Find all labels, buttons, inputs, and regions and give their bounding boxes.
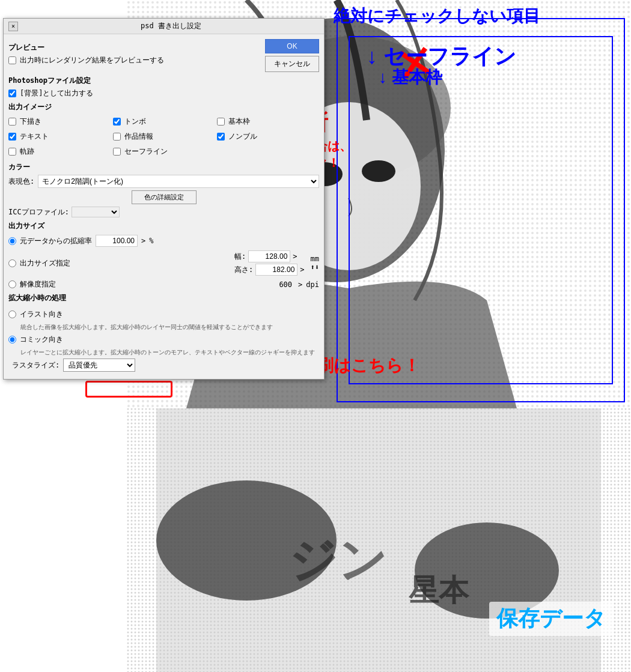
svg-text:ジン: ジン	[288, 534, 387, 587]
dpi-unit: dpi	[306, 280, 319, 289]
annotation-hatching: ↓ 基本枠	[379, 66, 442, 89]
preview-row: 出力時にレンダリング結果をプレビューする	[8, 55, 260, 65]
scale-section-header: 拡大縮小時の処理	[8, 293, 319, 303]
scale-processing-body: イラスト向き 統合した画像を拡大縮小します。拡大縮小時のレイヤー同士の閾値を軽減…	[8, 306, 319, 356]
shitabaki-checkbox[interactable]	[8, 118, 16, 126]
export-settings-dialog: × psd 書き出し設定 プレビュー 出力時にレンダリング結果をプレビューする …	[3, 18, 325, 380]
cancel-button[interactable]: キャンセル	[265, 56, 319, 72]
greater-than-icon: >	[141, 237, 145, 245]
annotation-no-check: 絶対にチェックしない項目	[334, 5, 540, 28]
rasterize-select[interactable]: 品質優先 速度優先	[63, 359, 135, 372]
dialog-titlebar: × psd 書き出し設定	[4, 19, 324, 34]
illust-radio[interactable]	[8, 310, 16, 318]
output-size-section-header: 出力サイズ	[8, 221, 319, 231]
specify-size-radio[interactable]	[8, 259, 16, 267]
kiseki-label: 軌跡	[20, 147, 34, 157]
specify-size-row: 出力サイズ指定 幅: > 高さ: > mm ⬆⬇	[8, 250, 319, 276]
icc-select[interactable]	[72, 207, 120, 217]
height-input[interactable]	[255, 264, 297, 276]
kiseki-checkbox[interactable]	[8, 148, 16, 156]
icc-label: ICCプロファイル:	[8, 207, 69, 217]
safeline-checkbox[interactable]	[113, 148, 121, 156]
rasterize-row: ラスタライズ: 品質優先 速度優先	[8, 356, 319, 374]
kiseki-row: 軌跡	[8, 147, 111, 157]
width-input[interactable]	[248, 250, 290, 262]
photoshop-checkbox[interactable]	[8, 89, 16, 97]
nombre-checkbox[interactable]	[217, 133, 225, 141]
tombo-row: トンボ	[113, 117, 215, 127]
nombre-label: ノンブル	[228, 132, 257, 142]
kihonwaku-row: 基本枠	[217, 117, 319, 127]
safeline-row: セーフライン	[113, 147, 215, 157]
scale-radio-col: イラスト向き 統合した画像を拡大縮小します。拡大縮小時のレイヤー同士の閾値を軽減…	[8, 306, 315, 356]
annotation-saved-data: 保存データ	[489, 602, 613, 636]
color-expression-row: 表現色: モノクロ2階調(トーン化) グレースケール カラー(RGB) カラー(…	[8, 175, 319, 188]
specify-size-label: 出力サイズ指定	[20, 258, 70, 268]
comic-radio[interactable]	[8, 336, 16, 344]
sakuhinjoho-label: 作品情報	[124, 132, 153, 142]
sakuhinjoho-checkbox[interactable]	[113, 133, 121, 141]
expression-select[interactable]: モノクロ2階調(トーン化) グレースケール カラー(RGB) カラー(CMYK)	[38, 175, 319, 188]
close-button[interactable]: ×	[8, 22, 18, 31]
photoshop-row: [背景]として出力する	[8, 88, 319, 98]
nombre-row: ノンブル	[217, 132, 319, 142]
dpi-radio[interactable]	[8, 280, 16, 288]
tombo-checkbox[interactable]	[113, 118, 121, 126]
dialog-title: psd 書き出し設定	[23, 21, 319, 31]
dialog-body: プレビュー 出力時にレンダリング結果をプレビューする OK キャンセル Phot…	[4, 34, 324, 379]
comic-desc: レイヤーごとに拡大縮小します。拡大縮小時のトーンのモアレ、テキストやベクター線の…	[20, 348, 315, 356]
expression-label: 表現色:	[8, 177, 34, 187]
dpi-label: 解像度指定	[20, 279, 56, 289]
shitabaki-row: 下描き	[8, 117, 111, 127]
dpi-value: 600	[279, 280, 292, 289]
svg-text:星本: 星本	[408, 574, 470, 607]
source-scale-row: 元データからの拡縮率 100.00 > %	[8, 235, 319, 247]
text-label: テキスト	[20, 132, 49, 142]
rasterize-label: ラスタライズ:	[12, 360, 59, 371]
text-row: テキスト	[8, 132, 111, 142]
icc-row: ICCプロファイル:	[8, 207, 319, 217]
ok-button[interactable]: OK	[265, 39, 319, 53]
comic-row: コミック向き	[8, 334, 315, 345]
dpi-row: 解像度指定 600 > dpi	[8, 279, 319, 289]
text-checkbox[interactable]	[8, 133, 16, 141]
kihonwaku-checkbox[interactable]	[217, 118, 225, 126]
illust-row: イラスト向き	[8, 309, 315, 319]
shitabaki-label: 下描き	[20, 117, 41, 127]
color-section-header: カラー	[8, 162, 319, 172]
height-label: 高さ:	[234, 265, 253, 275]
photoshop-section-header: Photoshopファイル設定	[8, 76, 319, 86]
comic-label: コミック向き	[20, 334, 63, 345]
mm-label: mm	[311, 255, 319, 263]
output-image-section-header: 出力イメージ	[8, 102, 319, 112]
width-greater-icon: >	[293, 252, 297, 261]
red-circle-rasterize	[85, 381, 172, 398]
spinner-icon[interactable]: ⬆⬇	[311, 263, 319, 271]
width-label: 幅:	[234, 252, 246, 262]
safeline-label: セーフライン	[124, 147, 168, 157]
tombo-label: トンボ	[124, 117, 146, 127]
kihonwaku-label: 基本枠	[228, 117, 250, 127]
photoshop-label: [背景]として出力する	[20, 88, 93, 98]
scale-input[interactable]: 100.00	[96, 235, 138, 247]
preview-label: 出力時にレンダリング結果をプレビューする	[20, 55, 164, 65]
preview-section-header: プレビュー	[8, 43, 260, 53]
color-detail-button[interactable]: 色の詳細設定	[132, 190, 197, 204]
illust-desc: 統合した画像を拡大縮小します。拡大縮小時のレイヤー同士の閾値を軽減することができ…	[20, 323, 315, 331]
illust-label: イラスト向き	[20, 309, 63, 319]
dpi-greater-icon: >	[298, 280, 302, 289]
output-image-grid: 下描き トンボ 基本枠 テキスト 作品情報 ノンブル	[8, 115, 319, 159]
preview-checkbox[interactable]	[8, 56, 16, 64]
percent-label: %	[149, 237, 153, 245]
height-greater-icon: >	[300, 265, 304, 274]
source-scale-label: 元データからの拡縮率	[20, 236, 92, 246]
source-scale-radio[interactable]	[8, 237, 16, 245]
sakuhinjoho-row: 作品情報	[113, 132, 215, 142]
